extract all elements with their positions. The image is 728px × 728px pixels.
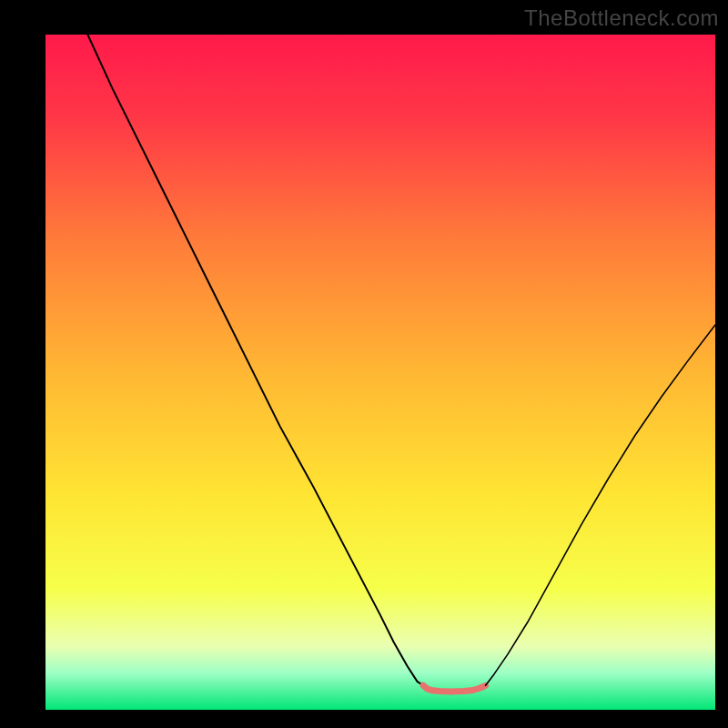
chart-frame: TheBottleneck.com (0, 0, 728, 728)
bottleneck-chart (0, 0, 728, 728)
watermark-text: TheBottleneck.com (524, 5, 719, 31)
plot-background (46, 35, 715, 710)
frame-bar-left (0, 0, 46, 728)
frame-bar-right (715, 0, 728, 728)
frame-bar-bottom (0, 710, 728, 728)
